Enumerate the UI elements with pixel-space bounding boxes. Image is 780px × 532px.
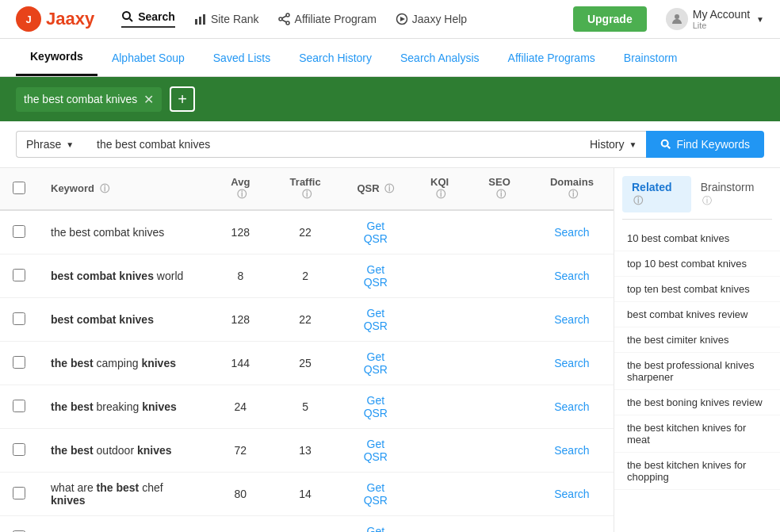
table-row: the best combat knives12822Get QSRSearch <box>0 210 614 255</box>
related-keyword-item[interactable]: the best kitchen knives for chopping <box>614 453 780 490</box>
domains-cell[interactable]: Search <box>530 210 614 255</box>
get-qsr-link[interactable]: Get QSR <box>364 525 388 532</box>
tab-affiliate-programs[interactable]: Affiliate Programs <box>494 40 610 75</box>
svg-point-12 <box>675 14 679 19</box>
domains-cell[interactable]: Search <box>530 385 614 429</box>
search-link[interactable]: Search <box>554 488 589 500</box>
qsr-cell[interactable]: Get QSR <box>341 342 411 385</box>
search-link[interactable]: Search <box>554 313 589 326</box>
col-avg: Avg ⓘ <box>211 168 270 210</box>
keyword-search-input[interactable] <box>87 131 580 158</box>
keyword-info-icon[interactable]: ⓘ <box>100 183 109 194</box>
related-keyword-item[interactable]: top 10 best combat knives <box>614 251 780 277</box>
nav-affiliate[interactable]: Affiliate Program <box>278 13 377 25</box>
get-qsr-link[interactable]: Get QSR <box>364 438 388 463</box>
keyword-search-bar: Phrase ▼ History ▼ Find Keywords <box>0 121 780 168</box>
tab-keywords[interactable]: Keywords <box>16 39 98 76</box>
tab-search-history[interactable]: Search History <box>285 40 386 75</box>
upgrade-button[interactable]: Upgrade <box>573 6 647 32</box>
nav-search[interactable]: Search <box>121 10 175 28</box>
domains-cell[interactable]: Search <box>530 429 614 473</box>
row-checkbox[interactable] <box>13 225 25 238</box>
search-icon <box>660 139 671 150</box>
avg-info-icon[interactable]: ⓘ <box>237 189 247 200</box>
svg-point-0 <box>123 12 130 19</box>
kqi-cell <box>411 385 468 429</box>
add-search-button[interactable]: + <box>170 86 195 112</box>
related-info-icon[interactable]: ⓘ <box>633 195 643 206</box>
qsr-cell[interactable]: Get QSR <box>341 429 411 473</box>
row-checkbox[interactable] <box>13 269 25 281</box>
seo-info-icon[interactable]: ⓘ <box>496 189 506 200</box>
account-icon <box>666 8 688 30</box>
svg-point-5 <box>286 13 289 17</box>
related-keyword-item[interactable]: the best cimiter knives <box>614 327 780 353</box>
qsr-cell[interactable]: Get QSR <box>341 255 411 298</box>
qsr-cell[interactable]: Get QSR <box>341 473 411 516</box>
traffic-cell: 5 <box>270 385 341 429</box>
get-qsr-link[interactable]: Get QSR <box>364 350 388 376</box>
search-link[interactable]: Search <box>554 400 589 413</box>
col-kqi: KQI ⓘ <box>411 168 468 210</box>
search-link[interactable]: Search <box>554 357 589 369</box>
row-checkbox[interactable] <box>13 443 25 456</box>
domains-cell[interactable]: Search <box>530 255 614 298</box>
related-keyword-item[interactable]: 10 best combat knives <box>614 226 780 251</box>
qsr-cell[interactable]: Get QSR <box>341 210 411 255</box>
domains-cell[interactable]: Search <box>530 298 614 342</box>
find-keywords-button[interactable]: Find Keywords <box>646 131 764 158</box>
brainstorm-info-icon[interactable]: ⓘ <box>702 195 712 206</box>
domains-info-icon[interactable]: ⓘ <box>568 189 578 200</box>
qsr-cell[interactable]: Get QSR <box>341 298 411 342</box>
seo-cell <box>468 298 530 342</box>
related-keyword-item[interactable]: the best professional knives sharpener <box>614 353 780 390</box>
get-qsr-link[interactable]: Get QSR <box>364 481 388 507</box>
nav-site-rank-label: Site Rank <box>211 13 259 25</box>
related-keyword-item[interactable]: best combat knives review <box>614 302 780 327</box>
row-checkbox[interactable] <box>13 487 25 499</box>
row-checkbox[interactable] <box>13 312 25 325</box>
phrase-chevron-icon: ▼ <box>66 140 74 149</box>
search-tag-close[interactable]: ✕ <box>143 92 154 107</box>
get-qsr-link[interactable]: Get QSR <box>364 263 388 289</box>
kqi-cell <box>411 342 468 385</box>
qsr-cell[interactable]: Get QSR <box>341 385 411 429</box>
row-checkbox[interactable] <box>13 356 25 369</box>
table-row: the best breaking knives245Get QSRSearch <box>0 385 614 429</box>
my-account[interactable]: My Account Lite ▼ <box>666 8 764 30</box>
traffic-cell: 22 <box>270 210 341 255</box>
tab-search-analysis[interactable]: Search Analysis <box>386 40 494 75</box>
related-keyword-item[interactable]: top ten best combat knives <box>614 277 780 302</box>
traffic-cell: 2 <box>270 255 341 298</box>
tab-brainstorm[interactable]: Brainstorm <box>610 40 692 75</box>
kqi-cell <box>411 298 468 342</box>
get-qsr-link[interactable]: Get QSR <box>364 394 388 419</box>
get-qsr-link[interactable]: Get QSR <box>364 307 388 332</box>
domains-cell[interactable]: Search <box>530 342 614 385</box>
qsr-info-icon[interactable]: ⓘ <box>384 183 394 194</box>
sidebar-tab-related[interactable]: Related ⓘ <box>622 176 691 212</box>
account-tier: Lite <box>693 21 750 30</box>
nav-help[interactable]: Jaaxy Help <box>396 13 467 25</box>
traffic-info-icon[interactable]: ⓘ <box>302 189 312 200</box>
phrase-dropdown[interactable]: Phrase ▼ <box>16 131 87 158</box>
domains-cell[interactable]: Search <box>530 473 614 516</box>
row-checkbox[interactable] <box>13 400 25 412</box>
search-link[interactable]: Search <box>554 226 589 239</box>
sidebar-tab-brainstorm[interactable]: Brainstorm ⓘ <box>691 176 772 212</box>
qsr-cell[interactable]: Get QSR <box>341 516 411 533</box>
domains-cell[interactable]: Search <box>530 516 614 533</box>
history-dropdown[interactable]: History ▼ <box>580 131 646 158</box>
search-link[interactable]: Search <box>554 444 589 457</box>
avg-cell: 128 <box>211 298 270 342</box>
avg-cell: 8 <box>211 255 270 298</box>
search-link[interactable]: Search <box>554 270 589 282</box>
get-qsr-link[interactable]: Get QSR <box>364 220 388 245</box>
kqi-info-icon[interactable]: ⓘ <box>436 189 445 200</box>
tab-saved-lists[interactable]: Saved Lists <box>199 40 285 75</box>
tab-alphabet-soup[interactable]: Alphabet Soup <box>98 40 199 75</box>
related-keyword-item[interactable]: the best boning knives review <box>614 390 780 415</box>
related-keyword-item[interactable]: the best kitchen knives for meat <box>614 415 780 453</box>
select-all-checkbox[interactable] <box>13 182 25 194</box>
nav-site-rank[interactable]: Site Rank <box>194 13 259 25</box>
